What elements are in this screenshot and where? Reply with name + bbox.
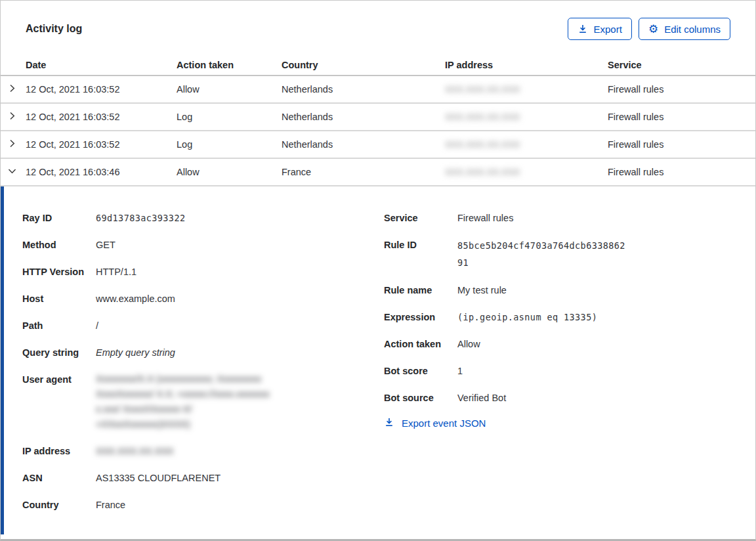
detail-field-rule-id: Rule ID 85bce5b204cf4703a764dcb633886291 bbox=[384, 237, 755, 271]
user-agent-value-blurred: Xxxxxxxx/X.X (xxxxxxxxxxx; Xxxxxxxxx Xxx… bbox=[96, 372, 270, 432]
bot-score-value: 1 bbox=[457, 363, 463, 379]
cell-action-taken: Log bbox=[177, 139, 282, 150]
table-row[interactable]: 12 Oct, 2021 16:03:52 Allow Netherlands … bbox=[1, 76, 755, 104]
cell-ip-address-blurred: XXX.XXX.XX.XXX bbox=[445, 84, 608, 95]
panel-header: Activity log Export ⚙ Edit columns bbox=[1, 1, 755, 40]
gear-icon: ⚙ bbox=[648, 24, 658, 35]
detail-field-action-taken: Action taken Allow bbox=[384, 336, 755, 352]
cell-action-taken: Allow bbox=[177, 167, 282, 177]
toolbar: Export ⚙ Edit columns bbox=[568, 18, 730, 40]
service-value: Firewall rules bbox=[457, 210, 513, 226]
cell-action-taken: Allow bbox=[177, 84, 282, 95]
column-header-ip-address: IP address bbox=[445, 60, 608, 70]
cell-ip-address-blurred: XXX.XXX.XX.XXX bbox=[445, 139, 608, 150]
detail-field-bot-score: Bot score 1 bbox=[384, 363, 755, 379]
collapse-row-button[interactable] bbox=[1, 166, 26, 178]
cell-country: Netherlands bbox=[282, 84, 445, 95]
event-detail-left-column: Ray ID 69d13783ac393322 Method GET HTTP … bbox=[22, 210, 384, 534]
expand-row-button[interactable] bbox=[1, 83, 26, 95]
query-string-value: Empty query string bbox=[96, 345, 175, 360]
expand-row-button[interactable] bbox=[1, 139, 26, 150]
detail-field-asn: ASN AS13335 CLOUDFLARENET bbox=[22, 470, 384, 486]
download-icon bbox=[578, 24, 588, 34]
event-detail-right-column: Service Firewall rules Rule ID 85bce5b20… bbox=[384, 210, 755, 534]
export-event-json-link[interactable]: Export event JSON bbox=[384, 417, 755, 429]
ip-address-value-blurred: XXX.XXX.XX.XXX bbox=[96, 443, 173, 459]
detail-field-expression: Expression (ip.geoip.asnum eq 13335) bbox=[384, 309, 755, 325]
detail-field-country: Country France bbox=[22, 497, 384, 513]
cell-date: 12 Oct, 2021 16:03:46 bbox=[26, 167, 177, 177]
detail-field-user-agent: User agent Xxxxxxxx/X.X (xxxxxxxxxxx; Xx… bbox=[22, 372, 384, 432]
cell-service: Firewall rules bbox=[608, 84, 755, 95]
column-header-action-taken: Action taken bbox=[177, 60, 282, 70]
cell-action-taken: Log bbox=[177, 112, 282, 122]
cell-date: 12 Oct, 2021 16:03:52 bbox=[26, 139, 177, 150]
event-detail-panel: Ray ID 69d13783ac393322 Method GET HTTP … bbox=[1, 186, 755, 534]
cell-country: France bbox=[282, 167, 445, 177]
detail-field-ip-address: IP address XXX.XXX.XX.XXX bbox=[22, 443, 384, 459]
column-header-service: Service bbox=[608, 60, 755, 70]
chevron-right-icon bbox=[7, 111, 17, 123]
edit-columns-label: Edit columns bbox=[664, 24, 721, 35]
cell-service: Firewall rules bbox=[608, 167, 755, 177]
cell-date: 12 Oct, 2021 16:03:52 bbox=[26, 84, 177, 95]
detail-field-http-version: HTTP Version HTTP/1.1 bbox=[22, 264, 384, 280]
path-value: / bbox=[96, 318, 98, 334]
detail-field-rule-name: Rule name My test rule bbox=[384, 282, 755, 298]
rule-id-value: 85bce5b204cf4703a764dcb633886291 bbox=[457, 237, 631, 271]
activity-log-table: Date Action taken Country IP address Ser… bbox=[1, 54, 755, 186]
detail-field-ray-id: Ray ID 69d13783ac393322 bbox=[22, 210, 384, 226]
column-header-country: Country bbox=[282, 60, 445, 70]
cell-country: Netherlands bbox=[282, 139, 445, 150]
detail-field-bot-source: Bot source Verified Bot bbox=[384, 390, 755, 406]
cell-service: Firewall rules bbox=[608, 139, 755, 150]
activity-log-panel: Activity log Export ⚙ Edit columns Date … bbox=[0, 0, 756, 541]
download-icon bbox=[384, 417, 394, 429]
expression-value: (ip.geoip.asnum eq 13335) bbox=[457, 309, 597, 325]
host-value: www.example.com bbox=[96, 291, 175, 307]
detail-field-path: Path / bbox=[22, 318, 384, 334]
cell-country: Netherlands bbox=[282, 112, 445, 122]
expand-row-button[interactable] bbox=[1, 111, 26, 123]
chevron-right-icon bbox=[7, 139, 17, 150]
export-button[interactable]: Export bbox=[568, 18, 632, 40]
country-value: France bbox=[96, 497, 125, 513]
detail-field-query-string: Query string Empty query string bbox=[22, 345, 384, 360]
page-title: Activity log bbox=[26, 23, 82, 35]
cell-date: 12 Oct, 2021 16:03:52 bbox=[26, 112, 177, 122]
table-header-row: Date Action taken Country IP address Ser… bbox=[1, 54, 755, 76]
export-button-label: Export bbox=[594, 24, 622, 35]
method-value: GET bbox=[96, 237, 116, 253]
cell-ip-address-blurred: XXX.XXX.XX.XXX bbox=[445, 167, 608, 177]
export-event-json-label: Export event JSON bbox=[402, 418, 486, 429]
cell-service: Firewall rules bbox=[608, 112, 755, 122]
table-row[interactable]: 12 Oct, 2021 16:03:52 Log Netherlands XX… bbox=[1, 131, 755, 159]
chevron-right-icon bbox=[7, 83, 17, 95]
detail-field-service: Service Firewall rules bbox=[384, 210, 755, 226]
detail-field-host: Host www.example.com bbox=[22, 291, 384, 307]
action-taken-value: Allow bbox=[457, 336, 480, 352]
bot-source-value: Verified Bot bbox=[457, 390, 506, 406]
asn-value: AS13335 CLOUDFLARENET bbox=[96, 470, 220, 486]
chevron-down-icon bbox=[7, 166, 17, 178]
rule-name-value: My test rule bbox=[457, 282, 507, 298]
http-version-value: HTTP/1.1 bbox=[96, 264, 136, 280]
cell-ip-address-blurred: XXX.XXX.XX.XXX bbox=[445, 112, 608, 122]
ray-id-value: 69d13783ac393322 bbox=[96, 210, 185, 226]
table-row[interactable]: 12 Oct, 2021 16:03:52 Log Netherlands XX… bbox=[1, 104, 755, 131]
column-header-date: Date bbox=[26, 60, 177, 70]
table-row-expanded[interactable]: 12 Oct, 2021 16:03:46 Allow France XXX.X… bbox=[1, 159, 755, 186]
edit-columns-button[interactable]: ⚙ Edit columns bbox=[639, 18, 730, 40]
detail-field-method: Method GET bbox=[22, 237, 384, 253]
